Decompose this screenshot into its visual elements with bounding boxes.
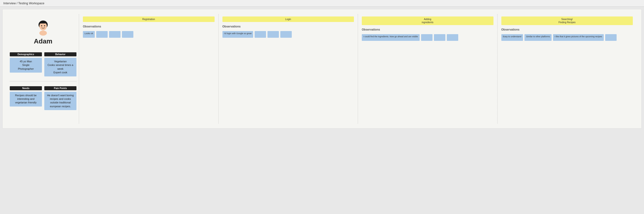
header-sticky-searching_recipes: Searching/ Finding Recipes (501, 17, 633, 25)
column-adding_ingredients: Adding ingredientsObservationsI could fi… (358, 14, 497, 124)
svg-point-3 (44, 25, 45, 26)
obs-row-searching_recipes: Easy to understandSimilar to other platf… (501, 34, 633, 41)
note-searching_recipes-0: Easy to understand (501, 34, 523, 41)
observations-label-searching_recipes: Observations (501, 28, 633, 31)
demo-behavior-section: Demographics 45 yo Man Single Photograph… (8, 50, 79, 79)
behavior-note: Vegetarian Cooks several times a week Ex… (44, 58, 76, 76)
obs-row-adding_ingredients: I could find the ingredients. Now go ahe… (362, 34, 494, 41)
note-login-3 (280, 31, 292, 38)
divider (10, 81, 76, 81)
note-adding_ingredients-1 (421, 34, 432, 41)
title-bar: Interview / Testing Workspace (0, 0, 644, 7)
note-registration-2 (109, 31, 120, 38)
needs-note: Recipes should be interesting and vegeta… (10, 92, 42, 106)
note-searching_recipes-1: Similar to other platforms (524, 34, 552, 41)
behavior-label: Behavior (44, 52, 76, 56)
header-sticky-login: Login (222, 17, 354, 22)
obs-row-login: I'd login with Google so great (222, 31, 354, 38)
note-registration-3 (122, 31, 133, 38)
demographics-section: Demographics 45 yo Man Single Photograph… (10, 52, 42, 76)
svg-point-4 (39, 31, 47, 36)
demographics-note: 45 yo Man Single Photographer (10, 58, 42, 73)
pain-points-label: Pain Points (44, 86, 76, 90)
persona-panel: Adam Demographics 45 yo Man Single Photo… (8, 14, 79, 124)
note-searching_recipes-3 (605, 34, 616, 41)
persona-name: Adam (34, 38, 52, 45)
note-adding_ingredients-3 (447, 34, 458, 41)
demographics-label: Demographics (10, 52, 42, 56)
workspace: Adam Demographics 45 yo Man Single Photo… (2, 9, 642, 129)
observations-label-registration: Observations (83, 25, 214, 28)
note-login-2 (268, 31, 279, 38)
needs-pain-section: Needs Recipes should be interesting and … (8, 84, 79, 113)
column-searching_recipes: Searching/ Finding RecipesObservationsEa… (497, 14, 637, 124)
column-login: LoginObservationsI'd login with Google s… (218, 14, 358, 124)
needs-section: Needs Recipes should be interesting and … (10, 86, 42, 110)
page-title: Interview / Testing Workspace (3, 2, 44, 5)
needs-label: Needs (10, 86, 42, 90)
columns-area: RegistrationObservationsLooks okLoginObs… (79, 14, 636, 124)
column-registration: RegistrationObservationsLooks ok (79, 14, 218, 124)
observations-label-login: Observations (222, 25, 354, 28)
header-sticky-registration: Registration (83, 17, 214, 22)
obs-row-registration: Looks ok (83, 31, 214, 38)
pain-points-note: He doesn't want boring recipes and cooks… (44, 92, 76, 110)
behavior-section: Behavior Vegetarian Cooks several times … (44, 52, 76, 76)
persona-header: Adam (8, 14, 79, 48)
note-adding_ingredients-0: I could find the ingredients. Now go ahe… (362, 34, 420, 41)
note-registration-0: Looks ok (83, 31, 95, 38)
note-adding_ingredients-2 (434, 34, 445, 41)
svg-point-2 (41, 25, 42, 26)
note-login-1 (254, 31, 266, 38)
note-login-0: I'd login with Google so great (222, 31, 254, 38)
header-sticky-adding_ingredients: Adding ingredients (362, 17, 494, 25)
observations-label-adding_ingredients: Observations (362, 28, 494, 31)
note-registration-1 (96, 31, 108, 38)
avatar (35, 19, 52, 36)
pain-points-section: Pain Points He doesn't want boring recip… (44, 86, 76, 110)
note-searching_recipes-2: I like that it gives pictures of the upc… (553, 34, 604, 41)
